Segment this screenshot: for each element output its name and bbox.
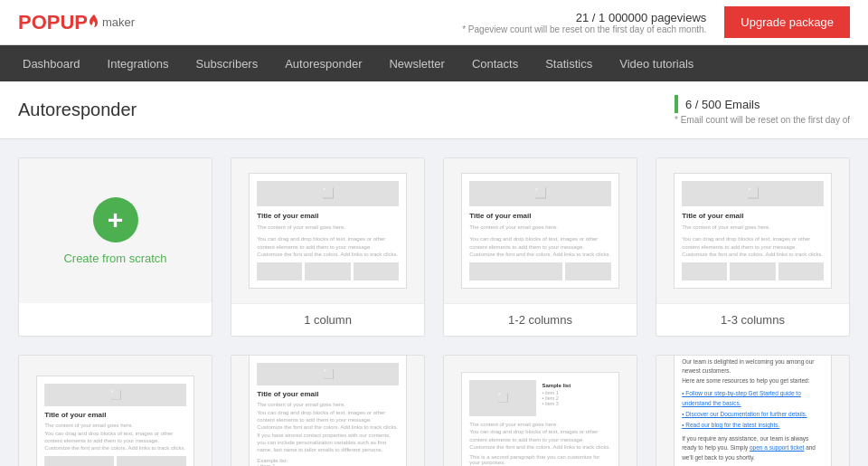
pageview-info: 21 / 1 000000 pageviews * Pageview count… bbox=[462, 11, 706, 34]
template-preview-12col: ⬜ Title of your email The content of you… bbox=[444, 158, 637, 303]
main-content: + Create from scratch ⬜ Title of your em… bbox=[0, 139, 868, 466]
nav-item-subscribers[interactable]: Subscribers bbox=[183, 45, 272, 81]
nav-item-video-tutorials[interactable]: Video tutorials bbox=[606, 45, 707, 81]
nav-item-autoresponder[interactable]: Autoresponder bbox=[271, 45, 375, 81]
template-12col[interactable]: ⬜ Title of your email The content of you… bbox=[443, 157, 637, 337]
template-label-1col: 1 column bbox=[231, 303, 424, 336]
template-label-12col: 1-2 columns bbox=[444, 303, 637, 336]
page-title: Autoresponder bbox=[18, 100, 137, 120]
app-header: POPUP maker 21 / 1 000000 pageviews * Pa… bbox=[0, 0, 868, 45]
create-scratch-label: Create from scratch bbox=[63, 252, 166, 265]
nav-item-integrations[interactable]: Integrations bbox=[94, 45, 183, 81]
template-preview-scratch: + Create from scratch bbox=[19, 158, 212, 303]
nav-item-statistics[interactable]: Statistics bbox=[532, 45, 606, 81]
create-scratch-content: + Create from scratch bbox=[63, 158, 166, 303]
template-label-13col: 1-3 columns bbox=[656, 303, 849, 336]
flame-icon bbox=[89, 14, 99, 31]
logo-maker-text: maker bbox=[102, 15, 135, 29]
template-2col-b[interactable]: ⬜ Title of your email The content of you… bbox=[231, 355, 425, 466]
template-2col-a[interactable]: ⬜ Title of your email The content of you… bbox=[18, 355, 212, 466]
nav-item-newsletter[interactable]: Newsletter bbox=[375, 45, 458, 81]
template-2col-c[interactable]: ⬜ Sample list • item 1• item 2• item 3 T… bbox=[443, 355, 637, 466]
template-grid-row1: + Create from scratch ⬜ Title of your em… bbox=[18, 157, 850, 337]
template-preview-1col: ⬜ Title of your email The content of you… bbox=[231, 158, 424, 303]
template-plain[interactable]: Dear [[data:name:"Customer"]], Our team … bbox=[656, 355, 850, 466]
template-preview-plain: Dear [[data:name:"Customer"]], Our team … bbox=[656, 356, 849, 466]
email-count-bar: 6 / 500 Emails bbox=[675, 95, 850, 113]
email-count-text: 6 / 500 Emails bbox=[685, 98, 760, 111]
template-preview-2cola: ⬜ Title of your email The content of you… bbox=[19, 356, 212, 466]
header-right: 21 / 1 000000 pageviews * Pageview count… bbox=[462, 6, 850, 38]
template-13col[interactable]: ⬜ Title of your email The content of you… bbox=[656, 157, 850, 337]
template-preview-2colc: ⬜ Sample list • item 1• item 2• item 3 T… bbox=[444, 356, 637, 466]
template-preview-13col: ⬜ Title of your email The content of you… bbox=[656, 158, 849, 303]
logo: POPUP maker bbox=[18, 11, 135, 34]
template-grid-row2: ⬜ Title of your email The content of you… bbox=[18, 355, 850, 466]
nav-item-dashboard[interactable]: Dashboard bbox=[9, 45, 94, 81]
page-header: Autoresponder 6 / 500 Emails * Email cou… bbox=[0, 81, 868, 139]
main-nav: Dashboard Integrations Subscribers Autor… bbox=[0, 45, 868, 81]
template-preview-2colb: ⬜ Title of your email The content of you… bbox=[231, 356, 424, 466]
template-create-scratch[interactable]: + Create from scratch bbox=[18, 157, 212, 337]
template-1col[interactable]: ⬜ Title of your email The content of you… bbox=[231, 157, 425, 337]
email-accent-bar bbox=[675, 95, 678, 113]
email-reset-note: * Email count will be reset on the first… bbox=[675, 115, 850, 125]
pageview-note: * Pageview count will be reset on the fi… bbox=[462, 24, 706, 34]
pageview-count: 21 / 1 000000 pageviews bbox=[462, 11, 706, 24]
plus-icon: + bbox=[93, 197, 138, 243]
email-info: 6 / 500 Emails * Email count will be res… bbox=[675, 95, 850, 125]
logo-popup-text: POPUP bbox=[18, 11, 88, 34]
nav-item-contacts[interactable]: Contacts bbox=[458, 45, 532, 81]
upgrade-button[interactable]: Upgrade package bbox=[724, 6, 850, 38]
